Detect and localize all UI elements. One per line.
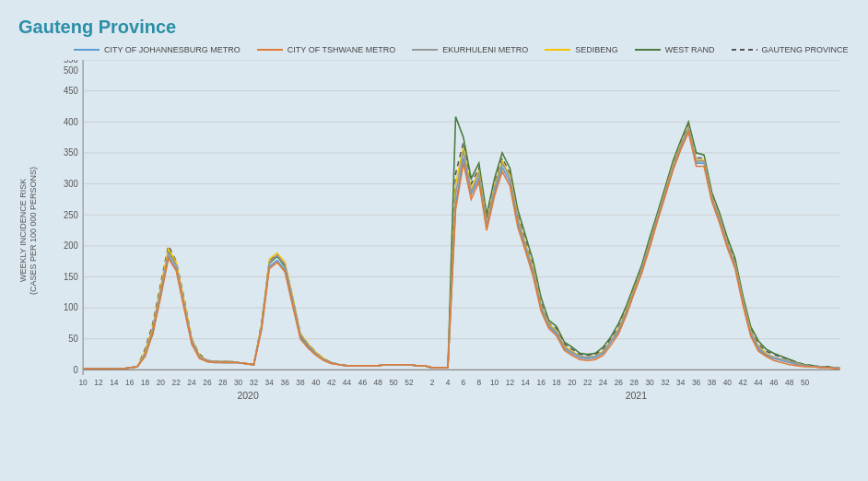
svg-text:48: 48	[785, 378, 794, 387]
svg-text:22: 22	[172, 378, 182, 387]
legend-item: SEDIBENG	[545, 45, 618, 54]
y-axis-label: WEEKLY INCIDENCE RISK(CASES PER 100 000 …	[18, 60, 44, 401]
svg-text:34: 34	[676, 378, 686, 387]
svg-text:26: 26	[203, 378, 212, 387]
svg-text:26: 26	[615, 378, 624, 387]
legend-line	[545, 49, 570, 51]
svg-text:42: 42	[327, 378, 336, 387]
svg-text:16: 16	[536, 378, 545, 387]
svg-text:18: 18	[141, 378, 150, 387]
svg-text:46: 46	[769, 378, 779, 387]
svg-text:50: 50	[68, 334, 78, 344]
svg-text:12: 12	[94, 378, 103, 387]
legend-label: EKURHULENI METRO	[442, 45, 528, 54]
svg-text:34: 34	[265, 378, 275, 387]
svg-text:46: 46	[358, 378, 368, 387]
svg-text:24: 24	[599, 378, 608, 387]
svg-text:150: 150	[64, 272, 78, 282]
legend-line	[257, 49, 283, 51]
svg-text:4: 4	[446, 378, 451, 387]
page-container: Gauteng Province CITY OF JOHANNESBURG ME…	[0, 0, 868, 481]
svg-text:6: 6	[462, 378, 466, 387]
line-ekurhuleni	[83, 128, 839, 369]
svg-text:30: 30	[645, 378, 654, 387]
svg-text:8: 8	[476, 378, 481, 387]
svg-text:30: 30	[234, 378, 243, 387]
chart-svg: 0 50 100 150 200 250 300 350 400 450 550…	[44, 60, 850, 401]
svg-text:2: 2	[430, 378, 435, 387]
svg-text:400: 400	[64, 116, 78, 126]
svg-text:12: 12	[506, 378, 515, 387]
svg-text:20: 20	[157, 378, 166, 387]
svg-text:250: 250	[64, 209, 78, 219]
svg-text:22: 22	[583, 378, 592, 387]
svg-text:38: 38	[296, 378, 305, 387]
legend-label: GAUTENG PROVINCE	[762, 45, 849, 54]
svg-text:350: 350	[64, 147, 78, 158]
legend-line	[412, 49, 438, 51]
legend-line	[74, 49, 100, 51]
legend-item: CITY OF TSHWANE METRO	[257, 45, 395, 54]
svg-text:450: 450	[64, 86, 78, 96]
svg-text:100: 100	[64, 302, 78, 312]
svg-text:10: 10	[490, 378, 499, 387]
chart-inner: 0 50 100 150 200 250 300 350 400 450 550…	[44, 60, 850, 401]
legend-label: SEDIBENG	[575, 45, 618, 54]
svg-text:500: 500	[64, 65, 78, 75]
svg-text:38: 38	[708, 378, 717, 387]
svg-text:14: 14	[110, 378, 119, 387]
legend-item: CITY OF JOHANNESBURG METRO	[74, 45, 240, 54]
svg-text:18: 18	[552, 378, 561, 387]
legend-line	[635, 49, 661, 51]
svg-text:50: 50	[801, 378, 810, 387]
legend-item: GAUTENG PROVINCE	[732, 45, 849, 54]
svg-text:200: 200	[64, 240, 78, 251]
svg-text:10: 10	[78, 378, 88, 387]
svg-text:32: 32	[250, 378, 259, 387]
svg-text:24: 24	[187, 378, 196, 387]
svg-text:52: 52	[405, 378, 414, 387]
svg-text:48: 48	[374, 378, 383, 387]
svg-text:44: 44	[754, 378, 763, 387]
legend-line	[732, 49, 757, 51]
svg-text:42: 42	[738, 378, 747, 387]
svg-text:16: 16	[125, 378, 135, 387]
legend-label: WEST RAND	[665, 45, 715, 54]
legend-label: CITY OF TSHWANE METRO	[287, 45, 395, 54]
svg-text:40: 40	[723, 378, 733, 387]
svg-text:44: 44	[343, 378, 352, 387]
svg-text:32: 32	[661, 378, 670, 387]
chart-svg-wrap: 0 50 100 150 200 250 300 350 400 450 550…	[44, 60, 850, 401]
svg-text:0: 0	[74, 364, 79, 374]
legend-label: CITY OF JOHANNESBURG METRO	[104, 45, 240, 54]
svg-text:40: 40	[311, 378, 321, 387]
svg-text:14: 14	[522, 378, 531, 387]
chart-legend: CITY OF JOHANNESBURG METROCITY OF TSHWAN…	[18, 45, 850, 54]
legend-item: WEST RAND	[635, 45, 715, 54]
svg-text:28: 28	[630, 378, 639, 387]
page-title: Gauteng Province	[18, 17, 850, 38]
svg-text:20: 20	[568, 378, 577, 387]
svg-text:36: 36	[692, 378, 701, 387]
svg-text:50: 50	[389, 378, 398, 387]
line-johannesburg	[83, 130, 839, 369]
svg-text:2021: 2021	[626, 389, 647, 400]
svg-text:28: 28	[218, 378, 228, 387]
svg-text:2020: 2020	[237, 389, 258, 400]
svg-text:36: 36	[280, 378, 289, 387]
chart-area: WEEKLY INCIDENCE RISK(CASES PER 100 000 …	[18, 60, 850, 401]
svg-text:300: 300	[64, 179, 78, 189]
legend-item: EKURHULENI METRO	[412, 45, 528, 54]
